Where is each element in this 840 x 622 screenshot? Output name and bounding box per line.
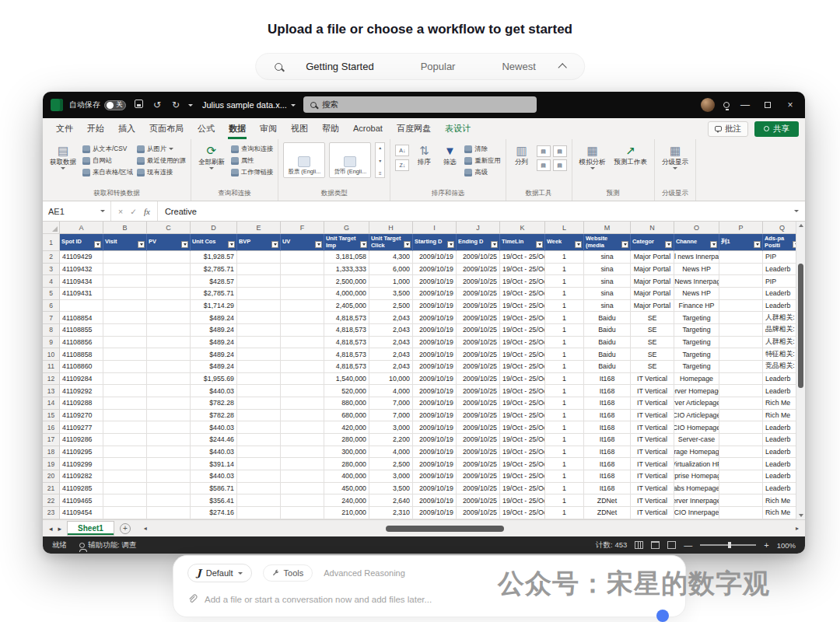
cell-B14[interactable] (103, 397, 147, 410)
cell-H16[interactable]: 3,000 (369, 421, 413, 434)
ribbon-button-查询和连接[interactable]: 查询和连接 (231, 145, 273, 153)
filter-dropdown-icon[interactable] (181, 241, 188, 248)
cell-D3[interactable]: $2,785.71 (191, 264, 237, 276)
enter-icon[interactable]: ✓ (130, 207, 137, 216)
filter-dropdown-icon[interactable] (575, 241, 582, 248)
cell-J3[interactable]: 2009/10/25 (457, 264, 500, 276)
cell-H23[interactable]: 2,310 (369, 507, 413, 519)
ribbon-tab-Acrobat[interactable]: Acrobat (346, 119, 390, 138)
cell-H19[interactable]: 2,500 (369, 458, 413, 470)
cell-O2[interactable]: nal news Innerpage (674, 251, 719, 264)
cell-B9[interactable] (103, 337, 147, 349)
cell-I3[interactable]: 2009/10/19 (413, 264, 457, 276)
cell-M12[interactable]: It168 (584, 373, 631, 386)
cell-O17[interactable]: Server-case (674, 434, 719, 446)
cell-F17[interactable] (281, 434, 324, 446)
model-selector[interactable]: J Default (187, 564, 252, 582)
cell-P2[interactable] (719, 251, 763, 264)
cell-J2[interactable]: 2009/10/25 (457, 251, 500, 264)
cell-F15[interactable] (281, 410, 324, 422)
cell-M17[interactable]: It168 (584, 434, 631, 446)
cell-C7[interactable] (147, 312, 191, 324)
sort-button-Z↓[interactable]: Z↓ (395, 159, 409, 171)
cell-A18[interactable]: 41109295 (60, 446, 103, 459)
cell-C9[interactable] (147, 337, 191, 349)
cell-J5[interactable]: 2009/10/25 (457, 288, 500, 300)
cell-P13[interactable] (719, 385, 763, 397)
filter-dropdown-icon[interactable] (271, 241, 278, 248)
cell-I15[interactable]: 2009/10/19 (413, 410, 457, 422)
cell-D13[interactable]: $440.03 (191, 385, 237, 397)
cell-D22[interactable]: $356.41 (191, 494, 237, 507)
cell-L13[interactable]: 1 (545, 385, 584, 397)
cell-D12[interactable]: $1,955.69 (191, 373, 237, 386)
cell-F6[interactable] (281, 300, 324, 313)
cell-H21[interactable]: 3,500 (369, 483, 413, 495)
cell-C23[interactable] (147, 507, 191, 519)
cell-F23[interactable] (281, 507, 324, 519)
filter-dropdown-icon[interactable] (315, 241, 322, 248)
filter-dropdown-icon[interactable] (621, 241, 628, 248)
row-header-5[interactable]: 5 (43, 288, 60, 300)
cell-K15[interactable]: 19/Oct - 25/Oc (500, 410, 545, 422)
cell-E23[interactable] (237, 507, 281, 519)
cell-N11[interactable]: SE (631, 361, 674, 373)
lightbulb-icon[interactable] (723, 102, 730, 108)
cell-G17[interactable]: 280,000 (324, 434, 369, 446)
cell-B17[interactable] (103, 434, 147, 446)
cell-L19[interactable]: 1 (545, 458, 584, 470)
cell-E14[interactable] (237, 397, 281, 410)
cell-H22[interactable]: 2,640 (369, 494, 413, 507)
row-header-10[interactable]: 10 (43, 348, 60, 361)
cell-L20[interactable]: 1 (545, 470, 584, 483)
cell-O8[interactable]: Targeting (674, 324, 719, 337)
ribbon-button-分列[interactable]: ▥分列 (511, 142, 533, 167)
cell-P20[interactable] (719, 470, 763, 483)
cell-J19[interactable]: 2009/10/25 (457, 458, 500, 470)
cell-M8[interactable]: Baidu (584, 324, 631, 337)
cell-G22[interactable]: 240,000 (324, 494, 369, 507)
column-header-D[interactable]: D (191, 222, 237, 234)
name-box[interactable]: AE1 (43, 201, 111, 221)
cell-I5[interactable]: 2009/10/19 (413, 288, 457, 300)
cell-J21[interactable]: 2009/10/25 (457, 483, 500, 495)
cell-G12[interactable]: 1,540,000 (324, 373, 369, 386)
column-header-L[interactable]: L (545, 222, 584, 234)
cell-P21[interactable] (719, 483, 763, 495)
column-header-G[interactable]: G (324, 222, 369, 234)
row-header-13[interactable]: 13 (43, 385, 60, 397)
workbook-title[interactable]: Julius sample data.x... (202, 100, 296, 110)
ribbon-tab-公式[interactable]: 公式 (191, 118, 222, 140)
cell-B4[interactable] (103, 275, 147, 288)
cell-A12[interactable]: 41109284 (60, 373, 103, 386)
cell-G13[interactable]: 520,000 (324, 385, 369, 397)
cell-A14[interactable]: 41109288 (60, 397, 103, 410)
ribbon-button-高级[interactable]: 高级 (464, 168, 500, 176)
table-header-D[interactable]: Unit Cos (191, 234, 237, 251)
cell-H20[interactable]: 3,000 (369, 470, 413, 483)
cell-H4[interactable]: 1,000 (369, 275, 413, 288)
row-header-19[interactable]: 19 (43, 458, 60, 470)
cell-J4[interactable]: 2009/10/25 (457, 275, 500, 288)
cell-A7[interactable]: 41108854 (60, 312, 103, 324)
minimize-button[interactable]: — (738, 100, 752, 110)
cell-P14[interactable] (719, 397, 763, 410)
cell-A3[interactable]: 41109432 (60, 264, 103, 276)
cell-E21[interactable] (237, 483, 281, 495)
cell-K23[interactable]: 19/Oct - 25/Oc (500, 507, 545, 519)
column-header-M[interactable]: M (584, 222, 631, 234)
vertical-scroll-thumb[interactable] (798, 264, 803, 389)
cell-D11[interactable]: $489.24 (191, 361, 237, 373)
scroll-up-icon[interactable] (799, 224, 803, 227)
cell-F12[interactable] (281, 373, 324, 386)
cell-F19[interactable] (281, 458, 324, 470)
cell-I14[interactable]: 2009/10/19 (413, 397, 457, 410)
cell-N12[interactable]: IT Vertical (631, 373, 674, 386)
chat-input[interactable]: Add a file or start a conversation now a… (187, 594, 671, 604)
cell-C13[interactable] (147, 385, 191, 397)
cell-M3[interactable]: sina (584, 264, 631, 276)
zoom-slider[interactable] (700, 544, 756, 546)
cell-A9[interactable]: 41108856 (60, 337, 103, 349)
cell-K5[interactable]: 19/Oct - 25/Oc (500, 288, 545, 300)
cell-C12[interactable] (147, 373, 191, 386)
